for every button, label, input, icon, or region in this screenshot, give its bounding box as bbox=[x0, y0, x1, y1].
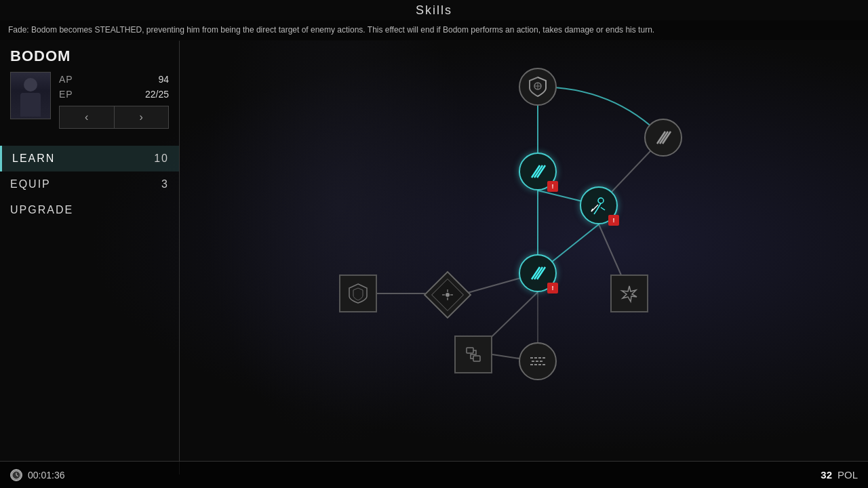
menu-item-upgrade[interactable]: UPGRADE bbox=[0, 197, 179, 223]
burst-icon bbox=[619, 283, 639, 304]
avatar-image bbox=[11, 73, 50, 119]
ep-stat-row: EP 22/25 bbox=[59, 87, 169, 102]
svg-line-23 bbox=[601, 207, 605, 210]
svg-line-25 bbox=[591, 209, 593, 211]
ep-value: 22/25 bbox=[145, 89, 169, 100]
status-bar: 00:01:36 32 POL bbox=[0, 461, 868, 488]
ap-label: AP bbox=[59, 74, 73, 85]
skill-node-top-center[interactable] bbox=[519, 68, 557, 106]
svg-line-21 bbox=[597, 203, 601, 210]
page-title: Skills bbox=[416, 3, 452, 18]
ap-value: 94 bbox=[158, 74, 169, 85]
node-badge: ! bbox=[547, 181, 558, 192]
next-button[interactable]: › bbox=[115, 106, 169, 128]
dash-icon bbox=[528, 351, 548, 371]
shield-icon bbox=[528, 76, 547, 98]
pol-value: 32 bbox=[821, 469, 832, 481]
node-badge-2: ! bbox=[608, 215, 619, 226]
skill-node-mid-right[interactable]: ! bbox=[580, 186, 618, 224]
armor-icon bbox=[348, 283, 368, 304]
menu-item-learn[interactable]: LEARN 10 bbox=[0, 146, 179, 171]
svg-line-22 bbox=[594, 210, 597, 214]
clock-icon bbox=[12, 470, 21, 481]
stab-icon bbox=[589, 195, 609, 216]
character-name: BODOM bbox=[0, 47, 179, 72]
skill-canvas: ! ! bbox=[180, 41, 868, 461]
skill-node-top-right[interactable] bbox=[644, 119, 682, 157]
equip-count: 3 bbox=[161, 178, 169, 190]
svg-point-20 bbox=[598, 198, 604, 203]
skill-node-bottom-circle[interactable] bbox=[519, 342, 557, 380]
skill-node-left-sq[interactable] bbox=[339, 274, 377, 312]
ap-stat-row: AP 94 bbox=[59, 72, 169, 87]
diamond-skill-icon bbox=[441, 288, 454, 302]
title-bar: Skills bbox=[0, 0, 868, 20]
character-info: AP 94 EP 22/25 ‹ › bbox=[0, 72, 179, 139]
svg-rect-35 bbox=[467, 348, 473, 353]
learn-label: LEARN bbox=[12, 152, 55, 165]
skill-node-center-diamond[interactable] bbox=[427, 274, 468, 315]
equip-label: EQUIP bbox=[10, 178, 51, 190]
teal-slash-icon bbox=[528, 161, 548, 182]
svg-line-42 bbox=[16, 475, 18, 476]
timer-icon bbox=[10, 469, 22, 481]
pol-display: 32 POL bbox=[821, 469, 858, 481]
svg-marker-34 bbox=[622, 286, 637, 302]
skill-description: Fade: Bodom becomes STEALTHED, preventin… bbox=[8, 25, 654, 35]
node-badge-3: ! bbox=[547, 283, 558, 293]
timer-value: 00:01:36 bbox=[28, 470, 65, 481]
skill-node-mid-lower[interactable]: ! bbox=[519, 254, 557, 292]
skill-node-mid-upper[interactable]: ! bbox=[519, 152, 557, 190]
pol-label: POL bbox=[837, 469, 858, 481]
svg-point-26 bbox=[446, 293, 450, 297]
skill-node-bottom-sq1[interactable] bbox=[454, 336, 492, 373]
character-stats: AP 94 EP 22/25 ‹ › bbox=[59, 72, 169, 129]
timer-display: 00:01:36 bbox=[10, 469, 65, 481]
skill-node-right-sq[interactable] bbox=[610, 274, 648, 312]
skill-tree: ! ! bbox=[180, 41, 868, 461]
learn-count: 10 bbox=[154, 152, 169, 165]
swap-icon bbox=[464, 345, 483, 364]
left-panel: BODOM AP 94 EP 22/25 ‹ › LEARN 10 bbox=[0, 41, 180, 474]
description-bar: Fade: Bodom becomes STEALTHED, preventin… bbox=[0, 20, 868, 40]
svg-rect-36 bbox=[473, 356, 480, 361]
menu-item-equip[interactable]: EQUIP 3 bbox=[0, 171, 179, 197]
slash-icon bbox=[653, 127, 673, 148]
upgrade-label: UPGRADE bbox=[10, 204, 73, 216]
nav-arrows: ‹ › bbox=[59, 106, 169, 129]
ep-label: EP bbox=[59, 89, 73, 100]
prev-button[interactable]: ‹ bbox=[60, 106, 114, 128]
teal-slash-icon-2 bbox=[528, 263, 548, 283]
avatar bbox=[10, 72, 51, 119]
menu-section: LEARN 10 EQUIP 3 UPGRADE bbox=[0, 146, 179, 223]
